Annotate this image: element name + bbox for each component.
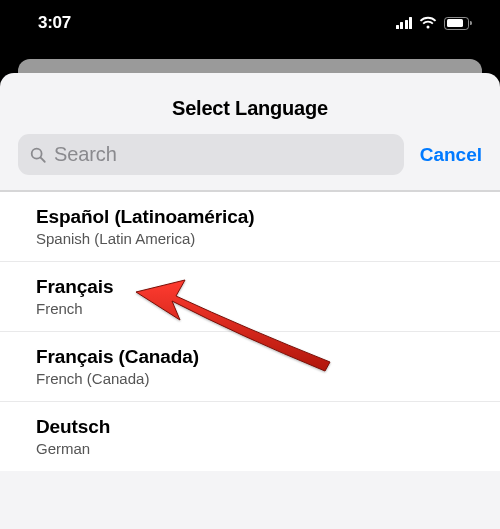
language-native-name: Français (Canada) [36,346,464,368]
search-row: Search Cancel [0,134,500,189]
search-icon [29,146,47,164]
status-time: 3:07 [38,13,71,33]
language-english-name: German [36,440,464,457]
status-icons [396,16,472,30]
language-english-name: French [36,300,464,317]
cancel-button[interactable]: Cancel [420,144,482,166]
search-placeholder: Search [54,143,117,166]
sheet-header: Select Language [0,73,500,134]
cellular-signal-icon [396,17,413,29]
language-list: Español (Latinoamérica) Spanish (Latin A… [0,192,500,471]
language-native-name: Français [36,276,464,298]
status-bar: 3:07 [0,0,500,46]
svg-line-1 [41,157,45,161]
language-native-name: Español (Latinoamérica) [36,206,464,228]
battery-icon [444,17,472,30]
list-item[interactable]: Français French [0,262,500,332]
language-native-name: Deutsch [36,416,464,438]
wifi-icon [419,16,437,30]
page-title: Select Language [20,97,480,120]
list-item[interactable]: Deutsch German [0,402,500,471]
language-sheet: Select Language Search Cancel Español (L… [0,73,500,529]
language-english-name: French (Canada) [36,370,464,387]
language-english-name: Spanish (Latin America) [36,230,464,247]
search-input[interactable]: Search [18,134,404,175]
list-item[interactable]: Français (Canada) French (Canada) [0,332,500,402]
list-item[interactable]: Español (Latinoamérica) Spanish (Latin A… [0,192,500,262]
